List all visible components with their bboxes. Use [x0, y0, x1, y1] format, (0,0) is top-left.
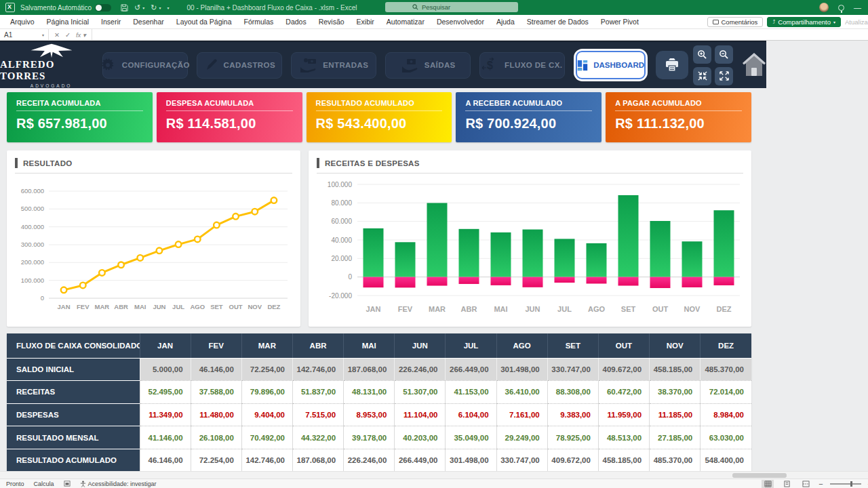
scrollbar-thumb[interactable]	[732, 473, 787, 478]
table-cell[interactable]: 11.104,00	[395, 403, 446, 426]
ideas-icon[interactable]	[838, 5, 844, 11]
ribbon-tab-formulas[interactable]: Fórmulas	[238, 16, 280, 28]
table-month-header-set[interactable]: SET	[547, 333, 598, 358]
table-cell[interactable]: 9.383,00	[547, 403, 598, 426]
table-cell[interactable]: 409.672,00	[547, 449, 598, 471]
table-cell[interactable]: 458.185,00	[650, 358, 701, 381]
autosave-control[interactable]: Salvamento Automático	[20, 4, 111, 12]
table-cell[interactable]: 301.498,00	[446, 449, 496, 471]
search-input[interactable]: Pesquisar	[385, 2, 518, 12]
receitas-despesas-chart-card[interactable]: RECEITAS E DESPESAS -20.000020.00040.000…	[309, 150, 751, 327]
ribbon-tab-revisao[interactable]: Revisão	[313, 16, 351, 28]
table-month-header-dez[interactable]: DEZ	[701, 333, 751, 358]
row-label[interactable]: RESULTADO ACUMULADO	[7, 449, 140, 471]
table-cell[interactable]: 41.146,00	[140, 426, 191, 449]
table-cell[interactable]: 44.322,00	[292, 426, 343, 449]
ribbon-tab-inserir[interactable]: Inserir	[95, 16, 127, 28]
table-cell[interactable]: 27.185,00	[650, 426, 701, 449]
table-cell[interactable]: 226.246,00	[395, 358, 446, 381]
table-cell[interactable]: 8.984,00	[701, 403, 751, 426]
table-cell[interactable]: 187.068,00	[344, 358, 395, 381]
resultado-chart-card[interactable]: RESULTADO 0100.000200.000300.000400.0005…	[7, 150, 300, 327]
line-chart-svg[interactable]: 0100.000200.000300.000400.000500.000600.…	[14, 175, 294, 320]
row-label[interactable]: SALDO INICIAL	[7, 358, 140, 381]
row-label[interactable]: RECEITAS	[7, 381, 140, 404]
normal-view-button[interactable]	[762, 480, 774, 488]
enter-icon[interactable]: ✓	[65, 31, 71, 39]
table-month-header-mai[interactable]: MAI	[344, 333, 395, 358]
table-cell[interactable]: 11.959,00	[598, 403, 649, 426]
table-cell[interactable]: 5.000,00	[140, 358, 191, 381]
zoom-out-button[interactable]	[715, 45, 733, 64]
table-cell[interactable]: 7.515,00	[292, 403, 343, 426]
table-cell[interactable]: 60.472,00	[598, 381, 649, 404]
table-cell[interactable]: 11.480,00	[191, 403, 241, 426]
table-cell[interactable]: 226.246,00	[344, 449, 395, 471]
table-cell[interactable]: 52.495,00	[140, 381, 191, 404]
table-cell[interactable]: 485.370,00	[650, 449, 701, 471]
table-month-header-jul[interactable]: JUL	[446, 333, 496, 358]
nav-button-entradas[interactable]: ENTRADAS	[291, 52, 376, 79]
table-cell[interactable]: 35.049,00	[446, 426, 496, 449]
table-cell[interactable]: 88.308,00	[547, 381, 598, 404]
table-cell[interactable]: 48.131,00	[344, 381, 395, 404]
ribbon-tab-desenhar[interactable]: Desenhar	[127, 16, 170, 28]
table-cell[interactable]: 11.349,00	[140, 403, 191, 426]
name-box[interactable]: A1 ▾	[0, 29, 49, 40]
save-icon[interactable]	[121, 4, 128, 12]
accessibility-status[interactable]: Acessibilidade: investigar	[80, 481, 157, 487]
qat-customize-icon[interactable]: ▾	[167, 5, 170, 10]
table-cell[interactable]: 11.185,00	[650, 403, 701, 426]
table-cell[interactable]: 485.370,00	[701, 358, 751, 381]
user-avatar[interactable]	[819, 3, 829, 12]
table-cell[interactable]: 142.746,00	[241, 449, 292, 471]
table-cell[interactable]: 72.254,00	[241, 358, 292, 381]
collapse-view-button[interactable]	[693, 67, 711, 85]
table-cell[interactable]: 8.953,00	[344, 403, 395, 426]
table-cell[interactable]: 78.925,00	[547, 426, 598, 449]
nav-button-cadastros[interactable]: CADASTROS	[197, 52, 282, 79]
table-cell[interactable]: 51.837,00	[292, 381, 343, 404]
table-cell[interactable]: 72.254,00	[191, 449, 241, 471]
nav-button-fluxo-de-cx[interactable]: $FLUXO DE CX.	[479, 52, 565, 79]
page-break-view-button[interactable]	[800, 480, 812, 488]
ribbon-tab-arquivo[interactable]: Arquivo	[4, 16, 41, 28]
home-button[interactable]	[742, 52, 766, 79]
macro-record-icon[interactable]	[64, 481, 71, 487]
table-cell[interactable]: 37.588,00	[191, 381, 241, 404]
nav-button-dashboard[interactable]: DASHBOARD	[574, 49, 648, 81]
bar-chart-svg[interactable]: -20.000020.00040.00060.00080.000100.000J…	[315, 175, 745, 320]
page-layout-view-button[interactable]	[781, 480, 793, 488]
comments-button[interactable]: Comentários	[707, 17, 764, 27]
table-cell[interactable]: 301.498,00	[496, 358, 547, 381]
ribbon-tab-streamer-de-dados[interactable]: Streamer de Dados	[521, 16, 595, 28]
table-cell[interactable]: 72.014,00	[701, 381, 751, 404]
ribbon-tab-exibir[interactable]: Exibir	[351, 16, 380, 28]
formula-input[interactable]	[92, 29, 868, 40]
table-cell[interactable]: 330.747,00	[547, 358, 598, 381]
table-cell[interactable]: 48.513,00	[598, 426, 649, 449]
redo-icon[interactable]: ↻	[151, 4, 157, 12]
table-cell[interactable]: 46.146,00	[140, 449, 191, 471]
table-cell[interactable]: 409.672,00	[598, 358, 649, 381]
table-cell[interactable]: 9.404,00	[241, 403, 292, 426]
cancel-icon[interactable]: ✕	[54, 31, 60, 39]
ribbon-tab-ajuda[interactable]: Ajuda	[490, 16, 521, 28]
ribbon-tab-dados[interactable]: Dados	[279, 16, 312, 28]
ribbon-tab-pagina-inicial[interactable]: Página Inicial	[41, 16, 95, 28]
table-cell[interactable]: 330.747,00	[496, 449, 547, 471]
table-cell[interactable]: 142.746,00	[292, 358, 343, 381]
print-button[interactable]	[656, 51, 688, 79]
table-cell[interactable]: 29.249,00	[496, 426, 547, 449]
table-month-header-nov[interactable]: NOV	[650, 333, 701, 358]
zoom-slider-knob[interactable]	[850, 481, 852, 487]
nav-button-saidas[interactable]: SAÍDAS	[385, 52, 471, 79]
autosave-toggle[interactable]	[95, 4, 111, 12]
table-cell[interactable]: 266.449,00	[395, 449, 446, 471]
ribbon-tab-automatizar[interactable]: Automatizar	[380, 16, 431, 28]
nav-button-configuracao[interactable]: CONFIGURAÇÃO	[102, 52, 188, 79]
table-cell[interactable]: 63.030,00	[701, 426, 751, 449]
table-cell[interactable]: 39.178,00	[344, 426, 395, 449]
table-month-header-abr[interactable]: ABR	[292, 333, 343, 358]
table-cell[interactable]: 6.104,00	[446, 403, 496, 426]
